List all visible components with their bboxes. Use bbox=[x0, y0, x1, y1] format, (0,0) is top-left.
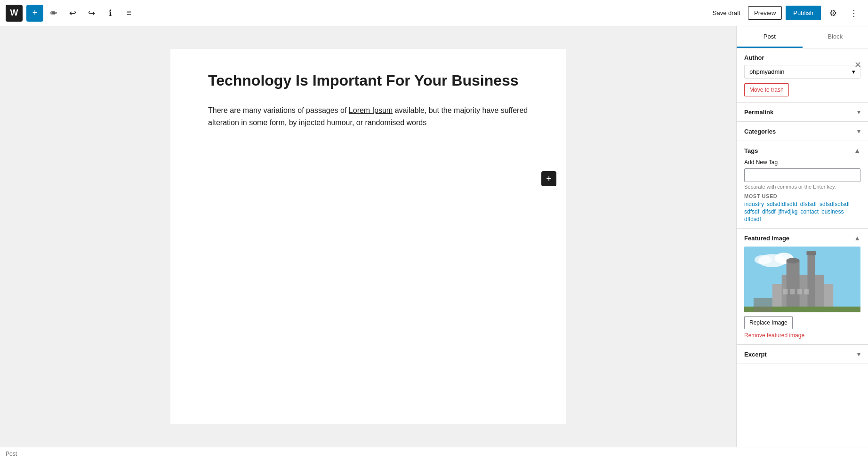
list-icon: ≡ bbox=[127, 8, 132, 18]
tag-link[interactable]: jfhvdjkg bbox=[779, 208, 798, 215]
edit-button[interactable]: ✏ bbox=[45, 5, 62, 22]
tags-title: Tags bbox=[744, 147, 758, 154]
add-block-button[interactable]: + bbox=[26, 5, 43, 22]
featured-image-section: Featured image ▲ bbox=[737, 229, 868, 345]
main-layout: Technology Is Important For Your Busines… bbox=[0, 26, 868, 447]
lorem-ipsum-link[interactable]: Lorem Ipsum bbox=[349, 106, 393, 114]
editor-content: Technology Is Important For Your Busines… bbox=[170, 49, 566, 424]
more-options-button[interactable]: ⋮ bbox=[845, 5, 862, 22]
remove-featured-image-link[interactable]: Remove featured image bbox=[744, 332, 860, 339]
sidebar: Post Block ✕ Author phpmyadmin ▾ Move to… bbox=[736, 26, 868, 447]
tags-header[interactable]: Tags ▲ bbox=[744, 147, 860, 154]
excerpt-section: Excerpt ▾ bbox=[737, 345, 868, 364]
publish-button[interactable]: Publish bbox=[786, 6, 821, 20]
permalink-section: Permalink ▾ bbox=[737, 103, 868, 122]
tab-block[interactable]: Block bbox=[803, 26, 868, 48]
tag-link[interactable]: sdfsdfsdfsdf bbox=[820, 201, 850, 207]
add-block-inline-button[interactable]: + bbox=[541, 171, 556, 186]
excerpt-header[interactable]: Excerpt ▾ bbox=[744, 350, 860, 358]
toolbar-left: W + ✏ ↩ ↪ ℹ ≡ bbox=[6, 5, 707, 22]
featured-image-chevron-icon: ▲ bbox=[854, 234, 860, 242]
tags-section: Tags ▲ Add New Tag Separate with commas … bbox=[737, 141, 868, 229]
info-button[interactable]: ℹ bbox=[102, 5, 119, 22]
tag-link[interactable]: sdfsdfdfsdfd bbox=[767, 201, 797, 207]
post-body[interactable]: There are many variations of passages of… bbox=[208, 104, 528, 128]
tag-link[interactable]: sdfsdf bbox=[744, 208, 759, 215]
author-section: Author phpmyadmin ▾ Move to trash bbox=[737, 48, 868, 103]
categories-chevron-icon: ▾ bbox=[857, 127, 860, 135]
post-title[interactable]: Technology Is Important For Your Busines… bbox=[208, 71, 528, 89]
tags-chevron-icon: ▲ bbox=[854, 147, 860, 154]
status-bar: Post bbox=[0, 447, 868, 460]
wp-logo: W bbox=[6, 5, 23, 22]
undo-icon: ↩ bbox=[69, 8, 76, 18]
redo-icon: ↪ bbox=[88, 8, 95, 18]
close-icon: ✕ bbox=[854, 60, 861, 70]
tag-link[interactable]: contact bbox=[800, 208, 819, 215]
tag-links: industry sdfsdfdfsdfd dfsfsdf sdfsdfsdfs… bbox=[744, 201, 860, 222]
svg-point-7 bbox=[787, 258, 800, 263]
tab-post[interactable]: Post bbox=[737, 26, 803, 48]
excerpt-chevron-icon: ▾ bbox=[857, 350, 860, 358]
editor-area: Technology Is Important For Your Busines… bbox=[0, 26, 736, 447]
list-view-button[interactable]: ≡ bbox=[121, 5, 137, 22]
featured-image-thumbnail[interactable] bbox=[744, 246, 860, 312]
add-new-tag-label: Add New Tag bbox=[744, 159, 860, 166]
tag-link[interactable]: business bbox=[821, 208, 844, 215]
permalink-chevron-icon: ▾ bbox=[857, 108, 860, 116]
tag-link[interactable]: dffdsdf bbox=[744, 216, 761, 222]
settings-button[interactable]: ⚙ bbox=[825, 5, 842, 22]
featured-image-title: Featured image bbox=[744, 235, 789, 242]
replace-image-button[interactable]: Replace Image bbox=[744, 316, 793, 329]
undo-button[interactable]: ↩ bbox=[64, 5, 81, 22]
info-icon: ℹ bbox=[109, 8, 112, 18]
edit-icon: ✏ bbox=[50, 8, 57, 18]
toolbar: W + ✏ ↩ ↪ ℹ ≡ Save draft Preview Publish… bbox=[0, 0, 868, 26]
status-text: Post bbox=[6, 451, 17, 457]
gear-icon: ⚙ bbox=[829, 8, 837, 18]
author-label: Author bbox=[744, 54, 860, 61]
tag-input[interactable] bbox=[744, 168, 860, 182]
permalink-title: Permalink bbox=[744, 109, 773, 116]
svg-rect-13 bbox=[804, 289, 809, 294]
toolbar-right: Save draft Preview Publish ⚙ ⋮ bbox=[709, 5, 862, 22]
svg-point-3 bbox=[755, 255, 772, 264]
svg-rect-6 bbox=[787, 261, 800, 312]
categories-section: Categories ▾ bbox=[737, 122, 868, 141]
tag-link[interactable]: dfsfsdf bbox=[800, 201, 817, 207]
most-used-label: MOST USED bbox=[744, 193, 860, 199]
tag-link[interactable]: difsdf bbox=[762, 208, 776, 215]
ellipsis-icon: ⋮ bbox=[850, 8, 858, 18]
sidebar-close-button[interactable]: ✕ bbox=[851, 58, 864, 71]
plus-icon: + bbox=[32, 8, 38, 18]
author-select[interactable]: phpmyadmin ▾ bbox=[744, 65, 860, 79]
svg-rect-12 bbox=[797, 289, 802, 294]
svg-rect-11 bbox=[790, 289, 795, 294]
sidebar-tabs: Post Block bbox=[737, 26, 868, 48]
svg-rect-10 bbox=[783, 289, 788, 294]
author-value: phpmyadmin bbox=[749, 68, 784, 75]
redo-button[interactable]: ↪ bbox=[83, 5, 100, 22]
move-to-trash-button[interactable]: Move to trash bbox=[744, 83, 789, 96]
save-draft-button[interactable]: Save draft bbox=[709, 7, 744, 19]
categories-title: Categories bbox=[744, 128, 776, 135]
tag-link[interactable]: industry bbox=[744, 201, 764, 207]
permalink-header[interactable]: Permalink ▾ bbox=[744, 108, 860, 116]
featured-image-header[interactable]: Featured image ▲ bbox=[744, 234, 860, 242]
svg-rect-15 bbox=[754, 298, 772, 312]
svg-rect-9 bbox=[806, 251, 816, 255]
categories-header[interactable]: Categories ▾ bbox=[744, 127, 860, 135]
svg-rect-8 bbox=[807, 251, 815, 312]
preview-button[interactable]: Preview bbox=[748, 6, 782, 20]
tag-hint: Separate with commas or the Enter key. bbox=[744, 184, 860, 190]
excerpt-title: Excerpt bbox=[744, 351, 767, 358]
